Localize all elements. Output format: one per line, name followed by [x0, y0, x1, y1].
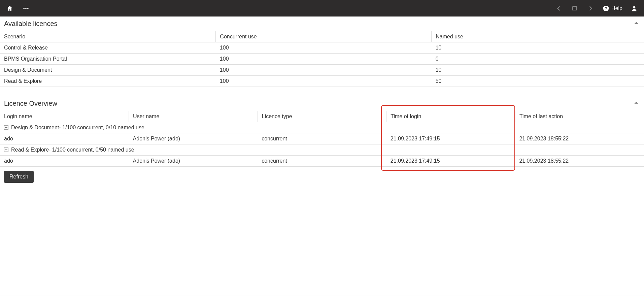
- cell-login-name: ado: [0, 156, 129, 167]
- cell-named: 0: [432, 54, 644, 65]
- refresh-button[interactable]: Refresh: [4, 171, 34, 183]
- table-row: Control & Release10010: [0, 42, 644, 54]
- cell-scenario: Control & Release: [0, 42, 216, 54]
- user-icon[interactable]: [628, 2, 641, 15]
- group-row: Design & Document- 1/100 concurrent, 0/1…: [0, 122, 644, 133]
- help-button[interactable]: ? Help: [601, 5, 624, 12]
- col-concurrent: Concurrent use: [216, 31, 432, 42]
- cell-licence-type: concurrent: [258, 133, 386, 144]
- col-user-name: User name: [129, 111, 258, 122]
- cell-time-last: 21.09.2023 18:55:22: [515, 156, 644, 167]
- table-row: Design & Document10010: [0, 65, 644, 76]
- group-label: Design & Document- 1/100 concurrent, 0/1…: [0, 122, 644, 133]
- cell-scenario: Design & Document: [0, 65, 216, 76]
- collapse-box-icon[interactable]: [4, 147, 8, 152]
- cell-user-name: Adonis Power (ado): [129, 156, 258, 167]
- menu-dots-icon[interactable]: [20, 2, 32, 15]
- cell-scenario: Read & Explore: [0, 76, 216, 87]
- table-row: adoAdonis Power (ado)concurrent21.09.202…: [0, 133, 644, 144]
- collapse-icon[interactable]: [633, 99, 640, 108]
- cell-named: 10: [432, 65, 644, 76]
- home-icon[interactable]: [3, 2, 16, 15]
- collapse-icon[interactable]: [633, 19, 640, 28]
- col-login-name: Login name: [0, 111, 129, 122]
- col-time-last: Time of last action: [515, 111, 644, 122]
- cell-licence-type: concurrent: [258, 156, 386, 167]
- group-label: Read & Explore- 1/100 concurrent, 0/50 n…: [0, 144, 644, 156]
- table-header-row: Scenario Concurrent use Named use: [0, 31, 644, 42]
- svg-rect-0: [24, 8, 25, 9]
- cell-time-login: 21.09.2023 17:49:15: [386, 156, 515, 167]
- cell-concurrent: 100: [216, 65, 432, 76]
- collapse-box-icon[interactable]: [4, 125, 8, 130]
- svg-text:?: ?: [605, 6, 607, 10]
- group-label-text: Read & Explore- 1/100 concurrent, 0/50 n…: [11, 147, 134, 153]
- cell-named: 50: [432, 76, 644, 87]
- group-label-text: Design & Document- 1/100 concurrent, 0/1…: [11, 125, 144, 130]
- table-header-row: Login name User name Licence type Time o…: [0, 111, 644, 122]
- cell-named: 10: [432, 42, 644, 54]
- window-icon[interactable]: [568, 2, 581, 15]
- licence-overview-header: Licence Overview: [0, 96, 644, 111]
- available-licences-title: Available licences: [4, 20, 58, 28]
- licence-overview-table: Login name User name Licence type Time o…: [0, 111, 644, 167]
- svg-rect-2: [27, 8, 28, 9]
- topbar: ? Help: [0, 0, 644, 17]
- cell-user-name: Adonis Power (ado): [129, 133, 258, 144]
- svg-rect-1: [25, 8, 26, 9]
- nav-forward-icon[interactable]: [584, 2, 597, 15]
- col-scenario: Scenario: [0, 31, 216, 42]
- table-row: Read & Explore10050: [0, 76, 644, 87]
- col-named: Named use: [432, 31, 644, 42]
- col-licence-type: Licence type: [258, 111, 386, 122]
- available-licences-header: Available licences: [0, 17, 644, 31]
- group-row: Read & Explore- 1/100 concurrent, 0/50 n…: [0, 144, 644, 156]
- svg-point-5: [633, 6, 636, 8]
- cell-login-name: ado: [0, 133, 129, 144]
- table-row: BPMS Organisation Portal1000: [0, 54, 644, 65]
- col-time-login: Time of login: [386, 111, 515, 122]
- content-area: Available licences Scenario Concurrent u…: [0, 17, 644, 187]
- cell-concurrent: 100: [216, 42, 432, 54]
- available-licences-table: Scenario Concurrent use Named use Contro…: [0, 31, 644, 87]
- cell-concurrent: 100: [216, 76, 432, 87]
- help-label: Help: [611, 5, 622, 11]
- licence-overview-title: Licence Overview: [4, 100, 57, 107]
- cell-time-last: 21.09.2023 18:55:22: [515, 133, 644, 144]
- cell-time-login: 21.09.2023 17:49:15: [386, 133, 515, 144]
- cell-concurrent: 100: [216, 54, 432, 65]
- nav-back-icon[interactable]: [552, 2, 565, 15]
- table-row: adoAdonis Power (ado)concurrent21.09.202…: [0, 156, 644, 167]
- cell-scenario: BPMS Organisation Portal: [0, 54, 216, 65]
